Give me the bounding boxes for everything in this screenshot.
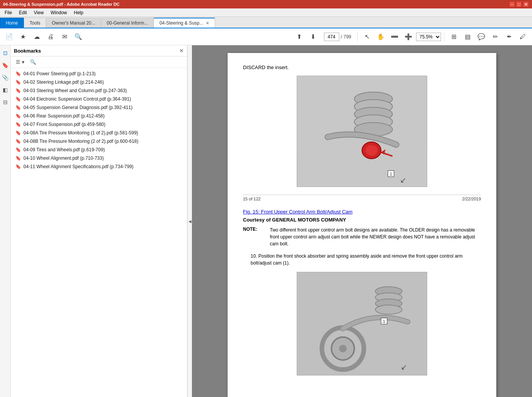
presentation-button[interactable]: ▤ <box>461 31 474 43</box>
bookmark-item[interactable]: 🔖 04-03 Steering Wheel and Column.pdf (p… <box>11 86 187 95</box>
page-total: 799 <box>344 34 351 40</box>
bookmark-item[interactable]: 🔖 04-01 Power Steering.pdf (p.1-213) <box>11 69 187 78</box>
highlight-button[interactable]: ✏ <box>489 31 501 43</box>
bookmark-label: 04-09 Tires and Wheels.pdf (p.619-709) <box>23 147 105 152</box>
page-number-input[interactable]: 474 <box>324 33 339 41</box>
bookmark-item[interactable]: 🔖 04-04 Electronic Suspension Control.pd… <box>11 95 187 103</box>
svg-point-16 <box>339 345 347 352</box>
bookmarks-panel: Bookmarks ✕ ☰ ▾ 🔍 🔖 04-01 Power Steering… <box>11 45 187 397</box>
bookmark-item[interactable]: 🔖 04-05 Suspension General Diagnosis.pdf… <box>11 103 187 112</box>
bookmark-icon: 🔖 <box>15 71 21 76</box>
bookmarks-view-button[interactable]: ☰ ▾ <box>14 58 26 66</box>
tab-general-label: 00-General Inform... <box>107 20 148 26</box>
note-text: Two different front upper control arm bo… <box>270 227 481 247</box>
tab-steering[interactable]: 04-Steering & Susp... ✕ <box>154 18 215 28</box>
tab-owners-label: Owner's Manual 20... <box>52 20 95 26</box>
svg-text:↙: ↙ <box>401 363 407 371</box>
bookmark-icon: 🔖 <box>15 113 21 119</box>
step-number: 10. <box>251 253 257 259</box>
figure-2-container: 1 ↙ <box>243 272 481 375</box>
tab-bar: Home Tools Owner's Manual 20... 00-Gener… <box>0 17 532 28</box>
comment-button[interactable]: 💬 <box>475 31 487 43</box>
cursor-tool-button[interactable]: ↖ <box>361 31 373 43</box>
scroll-up-button[interactable]: ⬆ <box>293 31 306 43</box>
figure-caption-link[interactable]: Fig. 15: Front Upper Control Arm Bolt/Ad… <box>243 209 352 215</box>
bookmarks-icon[interactable]: 🔖 <box>1 61 10 70</box>
content-icon[interactable]: ⊟ <box>1 98 10 107</box>
zoom-select[interactable]: 75.5% 50% 100% 125% <box>416 33 441 41</box>
bookmark-label: 04-07 Front Suspension.pdf (p.459-580) <box>23 122 105 127</box>
figure-2-image: 1 ↙ <box>297 272 427 375</box>
bookmark-item[interactable]: 🔖 04-10 Wheel Alignment.pdf (p.710-733) <box>11 154 187 162</box>
attachments-icon[interactable]: 📎 <box>1 73 10 82</box>
bookmarks-toolbar: ☰ ▾ 🔍 <box>11 56 187 68</box>
menu-window[interactable]: Window <box>48 9 70 16</box>
layers-icon[interactable]: ◧ <box>1 85 10 94</box>
toolbar: 📄 ★ ☁ 🖨 ✉ 🔍 ⬆ ⬇ 474 / 799 ↖ ✋ ➖ ➕ 75.5% … <box>0 28 532 45</box>
bookmark-label: 04-04 Electronic Suspension Control.pdf … <box>23 96 131 102</box>
bookmark-item[interactable]: 🔖 04-06 Rear Suspension.pdf (p.412-458) <box>11 112 187 120</box>
minimize-button[interactable]: ─ <box>509 1 515 7</box>
main-area: ⊡ 🔖 📎 ◧ ⊟ Bookmarks ✕ ☰ ▾ 🔍 🔖 04-01 Powe… <box>0 45 532 397</box>
hand-tool-button[interactable]: ✋ <box>375 31 387 43</box>
tab-owners-manual[interactable]: Owner's Manual 20... <box>46 18 101 28</box>
bookmark-item[interactable]: 🔖 04-02 Steering Linkage.pdf (p.214-246) <box>11 78 187 86</box>
bookmark-icon: 🔖 <box>15 147 21 152</box>
panel-collapse-button[interactable]: ◀ <box>187 45 192 397</box>
bookmark-label: 04-02 Steering Linkage.pdf (p.214-246) <box>23 79 104 85</box>
bookmark-label: 04-01 Power Steering.pdf (p.1-213) <box>23 71 96 76</box>
upload-button[interactable]: ☁ <box>31 31 43 43</box>
close-button[interactable]: ✕ <box>523 1 529 7</box>
tab-steering-label: 04-Steering & Susp... <box>159 20 203 26</box>
tab-home-label: Home <box>6 20 18 26</box>
bookmarks-search-button[interactable]: 🔍 <box>28 58 38 66</box>
tab-close-icon[interactable]: ✕ <box>206 21 209 26</box>
bookmark-label: 04-10 Wheel Alignment.pdf (p.710-733) <box>23 155 104 161</box>
zoom-out-button[interactable]: ➖ <box>388 31 401 43</box>
menu-help[interactable]: Help <box>71 9 87 16</box>
bookmark-icon: 🔖 <box>15 88 21 93</box>
tab-home[interactable]: Home <box>0 18 24 28</box>
menu-edit[interactable]: Edit <box>16 9 30 16</box>
bookmark-item[interactable]: 🔖 04-09 Tires and Wheels.pdf (p.619-709) <box>11 146 187 154</box>
print-button[interactable]: 🖨 <box>45 31 57 43</box>
page-thumbnails-icon[interactable]: ⊡ <box>1 48 10 58</box>
bookmarks-close-button[interactable]: ✕ <box>179 48 184 54</box>
bookmarks-header: Bookmarks ✕ <box>11 45 187 56</box>
new-file-button[interactable]: 📄 <box>3 31 15 43</box>
menu-view[interactable]: View <box>31 9 47 16</box>
page-footer-1: 15 of 122 2/22/2019 <box>243 195 481 201</box>
bookmark-item[interactable]: 🔖 04-11 Wheel Alignment Specifications.p… <box>11 162 187 171</box>
fit-page-button[interactable]: ⊞ <box>448 31 460 43</box>
step-description: Position the front shock absorber and sp… <box>251 253 463 266</box>
sign-button[interactable]: 🖊 <box>517 31 529 43</box>
scroll-down-button[interactable]: ⬇ <box>307 31 319 43</box>
bookmark-item[interactable]: 🔖 04-08A Tire Pressure Monitoring (1 of … <box>11 129 187 137</box>
window-title: 04-Steering & Suspension.pdf - Adobe Acr… <box>3 2 120 7</box>
email-button[interactable]: ✉ <box>58 31 71 43</box>
svg-text:↙: ↙ <box>400 176 406 184</box>
bookmark-icon: 🔖 <box>15 96 21 102</box>
menu-file[interactable]: File <box>2 9 15 16</box>
svg-text:1: 1 <box>383 319 385 324</box>
bookmark-item[interactable]: 🔖 04-08B Tire Pressure Monitoring (2 of … <box>11 137 187 146</box>
zoom-in-button[interactable]: ➕ <box>402 31 415 43</box>
figure-caption: Fig. 15: Front Upper Control Arm Bolt/Ad… <box>243 209 481 215</box>
page-navigation: 474 / 799 <box>324 33 351 41</box>
pdf-viewer-area[interactable]: DISCARD the insert. <box>192 45 532 397</box>
toolbar-separator-2 <box>444 32 444 41</box>
bookmark-icon: 🔖 <box>15 139 21 144</box>
tab-general-info[interactable]: 00-General Inform... <box>101 18 154 28</box>
draw-button[interactable]: ✒ <box>503 31 515 43</box>
discard-text: DISCARD the insert. <box>243 65 481 70</box>
tab-tools[interactable]: Tools <box>24 18 46 28</box>
svg-point-7 <box>365 145 378 156</box>
maximize-button[interactable]: □ <box>516 1 522 7</box>
svg-point-20 <box>375 305 402 314</box>
svg-text:1: 1 <box>390 172 392 176</box>
tab-tools-label: Tools <box>30 20 40 26</box>
bookmark-item[interactable]: 🔖 04-07 Front Suspension.pdf (p.459-580) <box>11 120 187 129</box>
bookmark-icon: 🔖 <box>15 155 21 161</box>
bookmark-toolbar-button[interactable]: ★ <box>17 31 29 43</box>
search-button[interactable]: 🔍 <box>72 31 84 43</box>
